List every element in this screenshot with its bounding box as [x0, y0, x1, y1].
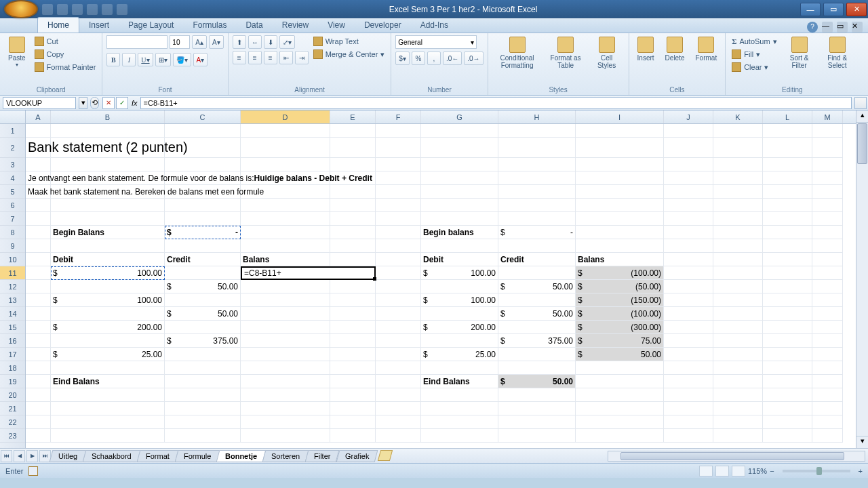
col-header-L[interactable]: L — [763, 110, 812, 123]
increase-font-button[interactable]: A▴ — [192, 35, 207, 49]
orientation-button[interactable]: ⤢▾ — [279, 35, 295, 49]
align-middle-button[interactable]: ↔ — [248, 35, 262, 49]
align-center-button[interactable]: ≡ — [248, 51, 262, 64]
close-button[interactable]: ✕ — [846, 3, 867, 16]
bold-button[interactable]: B — [106, 53, 120, 66]
row-header-23[interactable]: 23 — [0, 429, 25, 443]
fill-color-button[interactable]: 🪣▾ — [173, 53, 191, 66]
insert-cells-button[interactable]: Insert — [633, 35, 658, 85]
view-normal-button[interactable] — [699, 466, 713, 476]
col-header-B[interactable]: B — [51, 110, 165, 123]
minimize-ribbon-icon[interactable]: — — [822, 22, 833, 33]
view-layout-button[interactable] — [715, 466, 729, 476]
cells-area[interactable]: Bank statement (2 punten)Je ontvangt een… — [26, 124, 856, 443]
sheet-tab-uitleg[interactable]: Uitleg — [50, 450, 87, 462]
row-header-14[interactable]: 14 — [0, 307, 25, 321]
underline-button[interactable]: U▾ — [138, 53, 153, 66]
merge-center-button[interactable]: Merge & Center ▾ — [311, 48, 387, 60]
tab-view[interactable]: View — [318, 18, 355, 33]
row-header-10[interactable]: 10 — [0, 253, 25, 266]
qat-dropdown-icon[interactable] — [117, 4, 127, 15]
row-header-1[interactable]: 1 — [0, 124, 25, 138]
view-pagebreak-button[interactable] — [732, 466, 745, 476]
function-wizard-icon[interactable]: ⟲ — [90, 97, 99, 109]
col-header-A[interactable]: A — [26, 110, 51, 123]
office-button[interactable] — [4, 0, 38, 18]
name-box[interactable]: VLOOKUP — [3, 97, 76, 109]
increase-indent-button[interactable]: ⇥ — [295, 51, 309, 64]
minimize-button[interactable]: — — [800, 3, 821, 16]
help-icon[interactable]: ? — [807, 22, 818, 33]
tab-add-ins[interactable]: Add-Ins — [411, 18, 458, 33]
row-header-19[interactable]: 19 — [0, 375, 25, 388]
row-header-2[interactable]: 2 — [0, 138, 25, 158]
qat-icon-4[interactable] — [87, 4, 98, 15]
comma-format-button[interactable]: , — [427, 52, 441, 65]
find-select-button[interactable]: Find & Select — [820, 35, 855, 85]
sheet-tab-sorteren[interactable]: Sorteren — [262, 450, 309, 462]
conditional-formatting-button[interactable]: Conditional Formatting — [492, 35, 542, 85]
col-header-E[interactable]: E — [330, 110, 376, 123]
row-header-6[interactable]: 6 — [0, 199, 25, 212]
row-header-5[interactable]: 5 — [0, 185, 25, 199]
tab-formulas[interactable]: Formulas — [183, 18, 236, 33]
col-header-C[interactable]: C — [165, 110, 241, 123]
close-workbook-icon[interactable]: ✕ — [852, 22, 863, 33]
row-header-7[interactable]: 7 — [0, 212, 25, 226]
sheet-tab-format[interactable]: Format — [136, 450, 178, 462]
row-header-22[interactable]: 22 — [0, 415, 25, 429]
row-header-20[interactable]: 20 — [0, 388, 25, 402]
align-left-button[interactable]: ≡ — [233, 51, 246, 64]
cut-button[interactable]: Cut — [33, 35, 98, 47]
number-format-combo[interactable]: General▾ — [395, 35, 477, 49]
horizontal-scrollbar[interactable] — [608, 451, 865, 462]
row-header-18[interactable]: 18 — [0, 361, 25, 375]
qat-icon-5[interactable] — [102, 4, 113, 15]
decrease-indent-button[interactable]: ⇤ — [279, 51, 293, 64]
percent-format-button[interactable]: % — [412, 52, 425, 65]
col-header-K[interactable]: K — [713, 110, 763, 123]
col-header-D[interactable]: D — [241, 110, 330, 123]
row-header-3[interactable]: 3 — [0, 158, 25, 171]
align-top-button[interactable]: ⬆ — [233, 35, 246, 49]
sheet-nav-prev[interactable]: ◀ — [14, 450, 25, 462]
cell-styles-button[interactable]: Cell Styles — [589, 35, 625, 85]
redo-icon[interactable] — [72, 4, 83, 15]
tab-review[interactable]: Review — [273, 18, 318, 33]
tab-home[interactable]: Home — [37, 17, 79, 33]
save-icon[interactable] — [42, 4, 53, 15]
col-header-H[interactable]: H — [498, 110, 576, 123]
tab-insert[interactable]: Insert — [79, 18, 119, 33]
sheet-tab-schaakbord[interactable]: Schaakbord — [83, 450, 141, 462]
maximize-button[interactable]: ▭ — [823, 3, 844, 16]
fx-icon[interactable]: fx — [132, 99, 138, 107]
format-as-table-button[interactable]: Format as Table — [547, 35, 585, 85]
zoom-level[interactable]: 115% — [748, 467, 767, 475]
italic-button[interactable]: I — [122, 53, 136, 66]
decrease-decimal-button[interactable]: .0→ — [464, 52, 483, 65]
row-header-15[interactable]: 15 — [0, 321, 25, 334]
row-header-13[interactable]: 13 — [0, 293, 25, 307]
formula-expand-button[interactable] — [854, 97, 867, 109]
col-header-I[interactable]: I — [576, 110, 664, 123]
accounting-format-button[interactable]: $▾ — [395, 52, 410, 65]
tab-page-layout[interactable]: Page Layout — [119, 18, 183, 33]
row-header-9[interactable]: 9 — [0, 239, 25, 253]
macro-record-icon[interactable] — [28, 466, 38, 476]
sheet-tab-formule[interactable]: Formule — [174, 450, 220, 462]
sheet-nav-next[interactable]: ▶ — [26, 450, 38, 462]
row-header-16[interactable]: 16 — [0, 334, 25, 348]
cancel-entry-button[interactable]: ✕ — [102, 97, 115, 109]
sheet-nav-first[interactable]: ⏮ — [1, 450, 12, 462]
name-box-dropdown[interactable]: ▾ — [79, 97, 87, 109]
paste-button[interactable]: Paste ▾ — [4, 35, 30, 85]
format-painter-button[interactable]: Format Painter — [33, 61, 98, 73]
insert-sheet-button[interactable] — [378, 450, 393, 461]
borders-button[interactable]: ⊞▾ — [155, 53, 171, 66]
decrease-font-button[interactable]: A▾ — [209, 35, 224, 49]
restore-workbook-icon[interactable]: ▭ — [837, 22, 848, 33]
undo-icon[interactable] — [57, 4, 68, 15]
align-right-button[interactable]: ≡ — [264, 51, 277, 64]
row-header-21[interactable]: 21 — [0, 402, 25, 415]
col-header-F[interactable]: F — [376, 110, 421, 123]
